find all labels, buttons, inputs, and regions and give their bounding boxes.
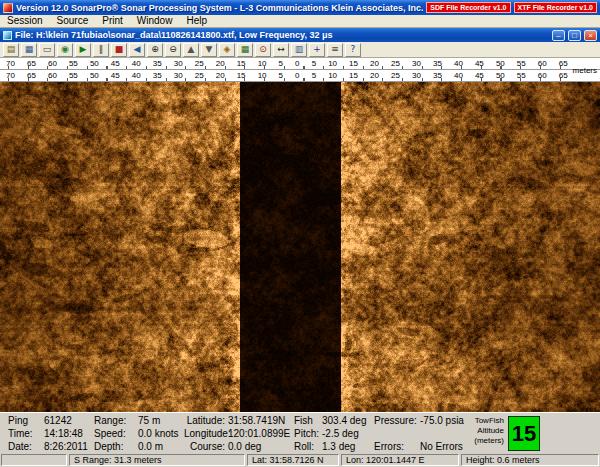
ruler-tick: 40 — [454, 59, 463, 68]
ruler-tick: 5 — [279, 59, 283, 68]
title-bar[interactable]: Version 12.0 SonarPro® Sonar Processing … — [0, 0, 600, 15]
ruler-unit-label: meters — [573, 66, 597, 75]
towfish-altitude-value: 15 — [508, 416, 540, 451]
play-icon[interactable]: ▶ — [75, 43, 91, 57]
target-icon[interactable]: ⊙ — [255, 43, 271, 57]
latitude-value: 31:58.7419N — [228, 414, 294, 427]
ruler-tick: 55 — [517, 71, 526, 80]
grid-icon[interactable]: ▦ — [237, 43, 253, 57]
ruler-tick: 25 — [391, 71, 400, 80]
towfish-line: TowFish — [460, 416, 504, 426]
open-session-icon[interactable]: ▤ — [3, 43, 19, 57]
ruler-tick: 5 — [312, 71, 316, 80]
ruler-tick: 35 — [153, 59, 162, 68]
statusbar-slant-range: S Range: 31.3 meters — [69, 454, 245, 466]
ping-label: Ping — [8, 414, 44, 427]
ruler-tick: 25 — [195, 59, 204, 68]
menu-window[interactable]: Window — [130, 15, 180, 27]
ruler-tick: 45 — [111, 59, 120, 68]
minimize-button[interactable]: – — [552, 30, 565, 41]
rewind-icon[interactable]: ◀ — [129, 43, 145, 57]
ruler-tick: 45 — [475, 71, 484, 80]
ruler-tick: 30 — [174, 71, 183, 80]
menu-print[interactable]: Print — [95, 15, 130, 27]
zoom-in-icon[interactable]: ⊕ — [147, 43, 163, 57]
statusbar-misc-cell — [1, 454, 67, 466]
range-ruler: 7065605550454035302520151050510152025303… — [0, 58, 600, 82]
toolbar: ▤▦▭◉▶∥■◀⊕⊖▲▼◈▦⊙↔▥+≡? — [0, 42, 600, 58]
menu-help[interactable]: Help — [179, 15, 214, 27]
range-label: Range: — [94, 414, 138, 427]
status-panel-grid: Ping 61242 Range: 75 m Latitude: 31:58.7… — [8, 414, 468, 453]
ruler-tick: 10 — [328, 59, 337, 68]
longitude-label: Longitude: — [184, 427, 228, 440]
ruler-tick: 20 — [370, 71, 379, 80]
ruler-tick: 65 — [27, 71, 36, 80]
date-value: 8:26:2011 — [44, 440, 94, 453]
gain-up-icon[interactable]: ▲ — [183, 43, 199, 57]
ruler-tick: 15 — [237, 59, 246, 68]
latitude-label: Latitude: — [184, 414, 228, 427]
window-title: Version 12.0 SonarPro® Sonar Processing … — [16, 3, 423, 13]
ruler-tick: 30 — [174, 59, 183, 68]
roll-value: 1.3 deg — [322, 440, 374, 453]
ruler-tick: 10 — [258, 59, 267, 68]
sonar-waterfall-display[interactable] — [0, 82, 600, 412]
info-icon[interactable]: ≡ — [327, 43, 343, 57]
gain-down-icon[interactable]: ▼ — [201, 43, 217, 57]
help-icon[interactable]: ? — [345, 43, 361, 57]
ruler-tick: 55 — [69, 59, 78, 68]
close-button[interactable]: × — [584, 30, 597, 41]
menu-session[interactable]: Session — [0, 15, 50, 27]
document-icon — [3, 31, 12, 40]
ruler-tick: 25 — [391, 59, 400, 68]
ruler-tick: 65 — [27, 59, 36, 68]
ruler-tick: 5 — [312, 59, 316, 68]
ruler-tick: 60 — [48, 59, 57, 68]
ruler-tick: 20 — [216, 71, 225, 80]
ruler-tick: 40 — [132, 71, 141, 80]
pause-icon[interactable]: ∥ — [93, 43, 109, 57]
ruler-tick: 50 — [496, 59, 505, 68]
ruler-tick: 30 — [412, 59, 421, 68]
measure-icon[interactable]: ↔ — [273, 43, 289, 57]
towfish-line: (meters) — [460, 436, 504, 446]
longitude-value: 120:01.0899E — [228, 427, 294, 440]
pressure-label: Pressure: — [374, 414, 420, 427]
ruler-tick: 35 — [153, 71, 162, 80]
ruler-tick: 65 — [559, 71, 568, 80]
statusbar-height: Height: 0.6 meters — [461, 454, 599, 466]
stop-icon[interactable]: ■ — [111, 43, 127, 57]
child-window-title: File: H:\klein 71fubiao\sonar_data\11082… — [15, 30, 549, 40]
restore-button[interactable]: □ — [568, 30, 581, 41]
statusbar-latitude: Lat: 31:58.7126 N — [247, 454, 339, 466]
ruler-tick: 60 — [48, 71, 57, 80]
save-icon[interactable]: ▦ — [21, 43, 37, 57]
ruler-tick: 10 — [328, 71, 337, 80]
navigation-icon[interactable]: + — [309, 43, 325, 57]
ruler-tick: 30 — [412, 71, 421, 80]
ruler-tick: 20 — [216, 59, 225, 68]
palette-icon[interactable]: ◈ — [219, 43, 235, 57]
waterfall-icon[interactable]: ▥ — [291, 43, 307, 57]
ruler-row-bottom: 7065605550454035302520151050510152025303… — [0, 70, 600, 82]
ruler-tick: 25 — [195, 71, 204, 80]
ruler-tick: 60 — [538, 59, 547, 68]
roll-label: Roll: — [294, 440, 322, 453]
zoom-out-icon[interactable]: ⊖ — [165, 43, 181, 57]
menu-source[interactable]: Source — [50, 15, 96, 27]
child-window-titlebar[interactable]: File: H:\klein 71fubiao\sonar_data\11082… — [0, 28, 600, 42]
print-icon[interactable]: ▭ — [39, 43, 55, 57]
ruler-tick: 0 — [295, 71, 299, 80]
towfish-altitude-label: TowFish Altitude (meters) — [460, 416, 504, 446]
ruler-tick: 15 — [237, 71, 246, 80]
ruler-tick: 20 — [370, 59, 379, 68]
ruler-tick: 70 — [6, 59, 15, 68]
sonarpro-application-window: Version 12.0 SonarPro® Sonar Processing … — [0, 0, 600, 467]
server-connect-icon[interactable]: ◉ — [57, 43, 73, 57]
speed-label: Speed: — [94, 427, 138, 440]
ruler-tick: 70 — [6, 71, 15, 80]
speed-value: 0.0 knots — [138, 427, 184, 440]
ruler-tick: 35 — [433, 71, 442, 80]
ruler-tick: 0 — [295, 59, 299, 68]
